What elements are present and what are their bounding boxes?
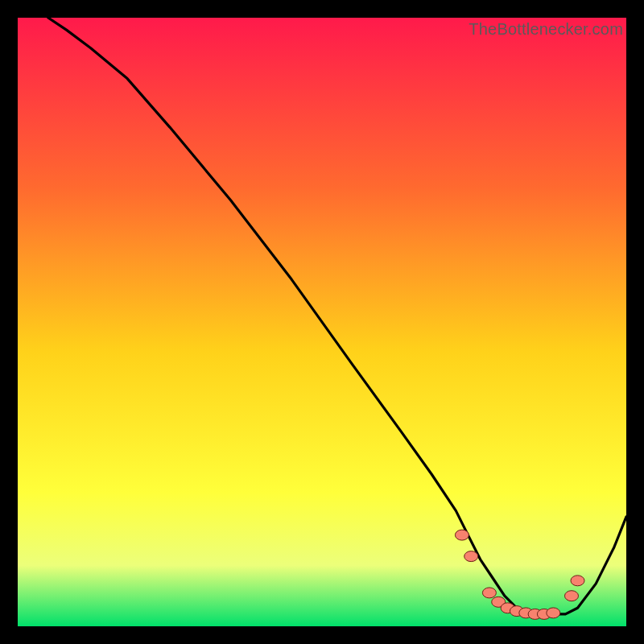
optimal-dot: [565, 591, 579, 601]
bottleneck-chart: [18, 18, 626, 626]
watermark-text: TheBottlenecker.com: [469, 20, 623, 39]
optimal-dot: [464, 551, 478, 562]
optimal-dot: [571, 576, 584, 586]
chart-frame: TheBottlenecker.com: [18, 18, 626, 626]
optimal-dot: [547, 608, 560, 618]
optimal-dot: [482, 588, 496, 598]
optimal-dot: [455, 530, 469, 540]
